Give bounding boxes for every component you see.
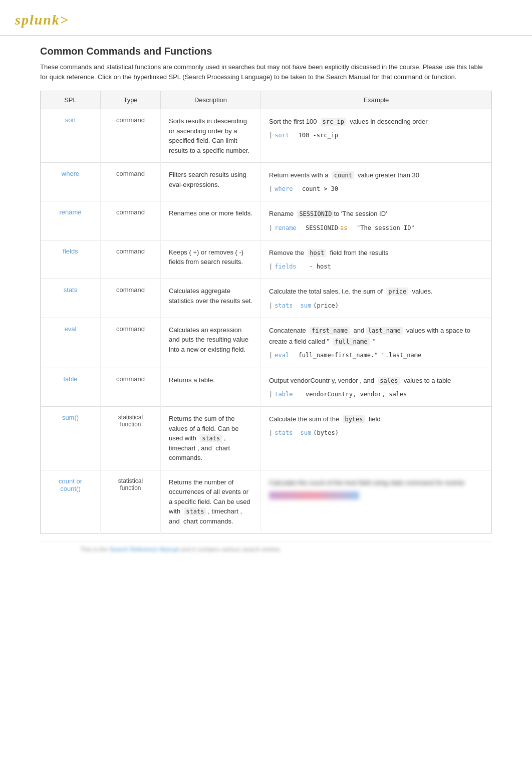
- spl-cell: rename: [41, 201, 101, 240]
- type-cell: command: [101, 109, 161, 163]
- table-row: where command Filters search results usi…: [41, 163, 492, 201]
- example-cell: Output vendorCountr y, vendor , and sale…: [261, 368, 492, 406]
- table-row: eval command Calculates an expression an…: [41, 318, 492, 368]
- type-cell: command: [101, 279, 161, 318]
- spl-link-count[interactable]: count orcount(): [59, 477, 82, 492]
- spl-link-fields[interactable]: fields: [63, 247, 78, 255]
- logo: splunk>: [15, 10, 75, 30]
- col-example: Example: [261, 91, 492, 109]
- footer-text: This is the Search Reference Manual and …: [80, 546, 280, 553]
- desc-cell: Filters search results using eval-expres…: [161, 163, 261, 201]
- page-description: These commands and statistical functions…: [40, 62, 492, 82]
- footer: This is the Search Reference Manual and …: [40, 542, 492, 557]
- example-code-blurred: [269, 491, 483, 499]
- example-cell: Calculate the total sales, i.e. the sum …: [261, 279, 492, 318]
- example-cell-blurred: Calculate the count of the host field us…: [261, 470, 492, 534]
- spl-link-stats[interactable]: stats: [64, 286, 77, 294]
- example-code: | rename SESSIONID as "The session ID": [269, 223, 483, 233]
- desc-cell: Sorts results in descending or ascending…: [161, 109, 261, 163]
- example-code: | fields - host: [269, 262, 483, 272]
- desc-cell: Returns the sum of the values of a field…: [161, 407, 261, 470]
- type-cell: statisticalfunction: [101, 407, 161, 470]
- main-content: Common Commands and Functions These comm…: [0, 36, 532, 567]
- example-code: | table vendorCountry, vendor, sales: [269, 389, 483, 399]
- type-cell: command: [101, 318, 161, 368]
- example-code: | stats sum(price): [269, 301, 483, 311]
- example-cell: Remove the host field from the results |…: [261, 240, 492, 279]
- example-cell: Return events with a count value greater…: [261, 163, 492, 201]
- col-spl: SPL: [41, 91, 101, 109]
- type-cell: command: [101, 240, 161, 279]
- page-title: Common Commands and Functions: [40, 46, 492, 57]
- example-cell: Calculate the sum of the bytes field | s…: [261, 407, 492, 470]
- table-row: table command Returns a table. Output ve…: [41, 368, 492, 406]
- spl-link-sum[interactable]: sum(): [62, 414, 79, 421]
- desc-cell: Renames one or more fields.: [161, 201, 261, 240]
- type-cell: command: [101, 201, 161, 240]
- table-row: sum() statisticalfunction Returns the su…: [41, 407, 492, 470]
- example-code: | stats sum(bytes): [269, 428, 483, 438]
- example-text: Remove the host field from the results: [269, 247, 483, 258]
- example-text: Sort the first 100 src_ip values in desc…: [269, 116, 483, 127]
- desc-cell: Keeps ( +) or removes ( -) fields from s…: [161, 240, 261, 279]
- table-row: stats command Calculates aggregate stati…: [41, 279, 492, 318]
- spl-link-where[interactable]: where: [62, 170, 79, 177]
- spl-cell: table: [41, 368, 101, 406]
- example-text: Concatenate first_name and last_name val…: [269, 325, 483, 347]
- example-cell: Concatenate first_name and last_name val…: [261, 318, 492, 368]
- spl-link-table[interactable]: table: [63, 375, 77, 383]
- example-code: | sort 100 -src_ip: [269, 130, 483, 140]
- example-cell: Sort the first 100 src_ip values in desc…: [261, 109, 492, 163]
- footer-link[interactable]: Search Reference Manual: [109, 546, 179, 553]
- spl-cell: where: [41, 163, 101, 201]
- example-code: | eval full_name=first_name." ".last_nam…: [269, 350, 483, 360]
- type-cell: command: [101, 163, 161, 201]
- example-text-blurred: Calculate the count of the host field us…: [269, 477, 483, 488]
- table-row: fields command Keeps ( +) or removes ( -…: [41, 240, 492, 279]
- page-header: splunk>: [0, 0, 532, 36]
- spl-link-rename[interactable]: rename: [59, 208, 81, 216]
- spl-cell: fields: [41, 240, 101, 279]
- logo-text: splunk>: [15, 12, 69, 28]
- type-cell: command: [101, 368, 161, 406]
- example-code: | where count > 30: [269, 184, 483, 194]
- desc-cell: Returns a table.: [161, 368, 261, 406]
- desc-cell: Calculates aggregate statistics over the…: [161, 279, 261, 318]
- table-header-row: SPL Type Description Example: [41, 91, 492, 109]
- desc-cell: Calculates an expression and puts the re…: [161, 318, 261, 368]
- example-text: Calculate the total sales, i.e. the sum …: [269, 286, 483, 297]
- example-text: Calculate the sum of the bytes field: [269, 414, 483, 425]
- desc-cell: Returns the number of occurrences of all…: [161, 470, 261, 534]
- spl-cell: sort: [41, 109, 101, 163]
- table-row: sort command Sorts results in descending…: [41, 109, 492, 163]
- type-cell: statisticalfunction: [101, 470, 161, 534]
- col-description: Description: [161, 91, 261, 109]
- spl-cell: sum(): [41, 407, 101, 470]
- table-row: count orcount() statisticalfunction Retu…: [41, 470, 492, 534]
- table-row: rename command Renames one or more field…: [41, 201, 492, 240]
- example-text: Output vendorCountr y, vendor , and sale…: [269, 375, 483, 386]
- spl-cell: stats: [41, 279, 101, 318]
- commands-table: SPL Type Description Example sort comman…: [40, 91, 492, 534]
- col-type: Type: [101, 91, 161, 109]
- spl-cell: count orcount(): [41, 470, 101, 534]
- example-text: Rename SESSIONIDto 'The session ID': [269, 208, 483, 219]
- example-cell: Rename SESSIONIDto 'The session ID' | re…: [261, 201, 492, 240]
- example-text: Return events with a count value greater…: [269, 170, 483, 181]
- spl-link-eval[interactable]: eval: [65, 325, 77, 333]
- spl-cell: eval: [41, 318, 101, 368]
- spl-link-sort[interactable]: sort: [65, 116, 76, 124]
